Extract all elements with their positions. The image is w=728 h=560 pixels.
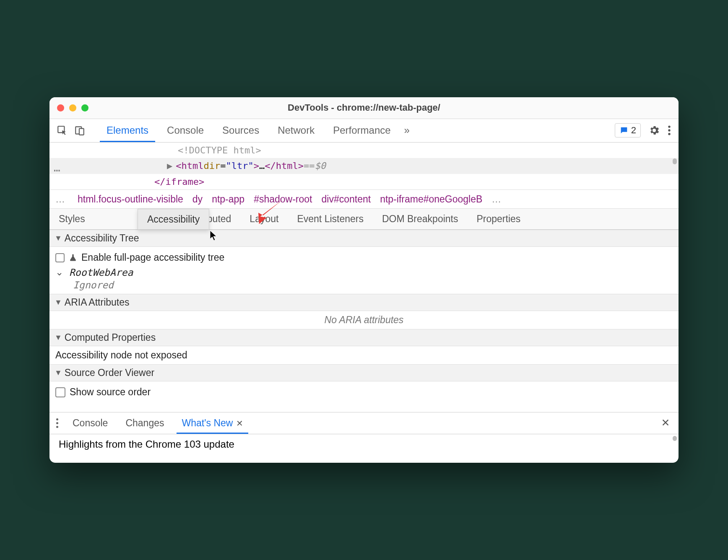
tab-performance[interactable]: Performance (324, 119, 400, 142)
close-tab-icon[interactable]: ✕ (236, 418, 243, 428)
source-order-body: Show source order (49, 381, 679, 412)
section-computed-properties[interactable]: ▼ Computed Properties (49, 329, 679, 346)
svg-point-5 (668, 133, 670, 135)
whats-new-headline: Highlights from the Chrome 103 update (59, 438, 234, 450)
crumb-div-content[interactable]: div#content (322, 194, 371, 205)
close-window-button[interactable] (57, 104, 64, 111)
experiment-flask-icon (69, 253, 77, 262)
tab-network[interactable]: Network (268, 119, 324, 142)
tree-expand-icon[interactable]: ⌄ (55, 267, 63, 278)
show-source-order-checkbox[interactable] (55, 387, 65, 397)
window-title: DevTools - chrome://new-tab-page/ (49, 102, 679, 113)
device-toolbar-icon[interactable] (72, 123, 87, 138)
tab-accessibility-dragged[interactable]: Accessibility (138, 209, 209, 230)
crumb-trail-ellipsis[interactable]: … (491, 194, 501, 205)
drawer-close-icon[interactable] (661, 418, 673, 429)
section-accessibility-tree[interactable]: ▼ Accessibility Tree (49, 230, 679, 247)
svg-rect-2 (79, 129, 84, 135)
drawer-body: Highlights from the Chrome 103 update (49, 434, 679, 463)
dom-line-html[interactable]: ▶ <html dir="ltr">…</html> == $0 (49, 158, 679, 174)
more-menu-icon[interactable] (668, 125, 671, 136)
devtools-window: DevTools - chrome://new-tab-page/ Elemen… (49, 97, 679, 463)
dom-line-iframe-close[interactable]: </iframe> (49, 174, 679, 189)
mouse-cursor-icon (209, 230, 218, 243)
tree-ignored-node[interactable]: Ignored (55, 280, 673, 290)
aria-attributes-body: No ARIA attributes (49, 311, 679, 329)
section-source-order[interactable]: ▼ Source Order Viewer (49, 364, 679, 381)
enable-fullpage-checkbox[interactable] (55, 253, 65, 262)
tab-properties[interactable]: Properties (467, 209, 530, 229)
scrollbar-thumb[interactable] (673, 436, 677, 441)
enable-fullpage-label: Enable full-page accessibility tree (81, 252, 224, 263)
drawer-tab-whats-new[interactable]: What's New ✕ (175, 412, 250, 434)
tree-root-node[interactable]: RootWebArea (69, 267, 133, 278)
drawer-tab-console[interactable]: Console (66, 412, 114, 434)
disclosure-triangle-icon: ▼ (55, 234, 62, 243)
tab-elements[interactable]: Elements (97, 119, 158, 142)
tab-styles[interactable]: Styles (49, 209, 94, 229)
panel-tabs: Elements Console Sources Network Perform… (97, 119, 612, 142)
tab-console[interactable]: Console (158, 119, 213, 142)
no-aria-message: No ARIA attributes (325, 314, 404, 325)
dom-ellipsis-icon: … (54, 158, 61, 177)
dom-tree[interactable]: … <!DOCTYPE html> ▶ <html dir="ltr">…</h… (49, 143, 679, 189)
crumb-ntp-app[interactable]: ntp-app (212, 194, 244, 205)
disclosure-triangle-icon: ▼ (55, 298, 62, 307)
annotation-arrow-icon (251, 192, 289, 231)
show-source-order-label: Show source order (70, 386, 151, 398)
svg-point-3 (668, 126, 670, 128)
main-toolbar: Elements Console Sources Network Perform… (49, 119, 679, 143)
titlebar: DevTools - chrome://new-tab-page/ (49, 97, 679, 119)
issues-count: 2 (631, 125, 636, 136)
drawer-tabs: Console Changes What's New ✕ (49, 412, 679, 434)
section-aria-attributes[interactable]: ▼ ARIA Attributes (49, 294, 679, 311)
tab-sources[interactable]: Sources (213, 119, 268, 142)
drawer-menu-icon[interactable] (55, 418, 62, 428)
drawer-tab-changes[interactable]: Changes (119, 412, 171, 434)
issues-badge[interactable]: 2 (615, 123, 641, 137)
crumb-html[interactable]: html.focus-outline-visible (78, 194, 183, 205)
tab-dom-breakpoints[interactable]: DOM Breakpoints (373, 209, 468, 229)
crumb-body-partial[interactable]: dy (192, 194, 203, 205)
crumb-lead-ellipsis[interactable]: … (52, 194, 68, 205)
inspect-element-icon[interactable] (55, 123, 70, 138)
disclosure-triangle-icon: ▼ (55, 368, 62, 377)
accessibility-tree-body: Enable full-page accessibility tree ⌄ Ro… (49, 247, 679, 294)
zoom-window-button[interactable] (81, 104, 88, 111)
minimize-window-button[interactable] (69, 104, 76, 111)
dom-line-doctype[interactable]: <!DOCTYPE html> (49, 143, 679, 158)
tab-event-listeners[interactable]: Event Listeners (288, 209, 373, 229)
scrollbar-thumb[interactable] (673, 158, 677, 164)
sidebar-tabs-wrap: Styles mputed Layout Event Listeners DOM… (49, 209, 679, 230)
svg-point-4 (668, 130, 670, 132)
tab-overflow[interactable]: » (400, 119, 414, 142)
settings-gear-icon[interactable] (648, 124, 660, 136)
expand-triangle-icon[interactable]: ▶ (167, 158, 172, 174)
drawer: Console Changes What's New ✕ Highlights … (49, 412, 679, 463)
traffic-lights (49, 104, 88, 111)
toolbar-right: 2 (615, 123, 673, 137)
breadcrumb: … html.focus-outline-visible dy ntp-app … (49, 189, 679, 209)
disclosure-triangle-icon: ▼ (55, 333, 62, 342)
computed-properties-body: Accessibility node not exposed (49, 346, 679, 364)
computed-not-exposed-message: Accessibility node not exposed (55, 350, 187, 360)
crumb-ntp-iframe[interactable]: ntp-iframe#oneGoogleB (380, 194, 482, 205)
